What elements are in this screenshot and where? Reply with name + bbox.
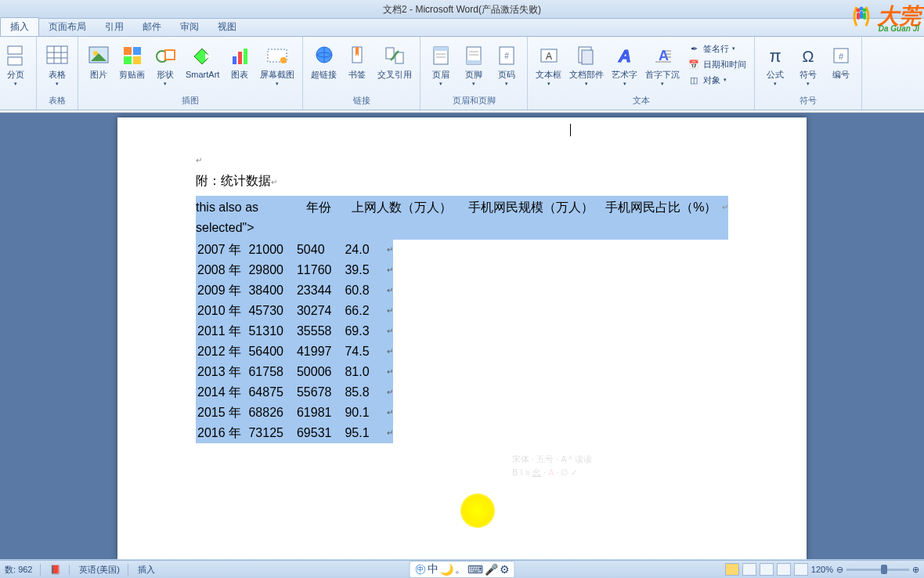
table-row[interactable]: 2008 年298001176039.5↵	[196, 260, 393, 280]
table-row[interactable]: 2012 年564004199774.5↵	[196, 341, 393, 362]
date-time-button[interactable]: 📅日期和时间	[684, 57, 749, 71]
table-row[interactable]: 2011 年513103555869.3↵	[196, 321, 393, 341]
table-row[interactable]: 2010 年457303027466.2↵	[196, 301, 393, 321]
tab-references[interactable]: 引用	[96, 18, 133, 36]
cell-v3[interactable]: 66.2	[345, 301, 387, 321]
ime-gear-icon[interactable]: ⚙	[500, 563, 510, 576]
cell-year[interactable]: 2007 年	[196, 240, 248, 260]
tab-view[interactable]: 视图	[208, 18, 246, 36]
document-page[interactable]: ↵ 附：统计数据↵ this also as selected"> 年份 上网人…	[117, 117, 807, 559]
language-button[interactable]: 英语(美国)	[79, 564, 128, 576]
cell-v2[interactable]: 55678	[297, 382, 345, 403]
screenshot-button[interactable]: 屏幕截图 ▾	[257, 42, 298, 89]
zoom-slider[interactable]	[846, 569, 909, 571]
data-table[interactable]: this also as selected"> 年份 上网人数（万人） 手机网民…	[196, 196, 728, 443]
mini-toolbar[interactable]: 宋体 · 五号 · A ᴬ 读读 B I ≡ 幺 · A · ∅ ✓	[512, 452, 592, 480]
cell-v3[interactable]: 74.5	[345, 341, 387, 362]
symbol-button[interactable]: Ω 符号 ▾	[792, 42, 824, 89]
ime-icon[interactable]: ㊥	[415, 562, 426, 576]
textbox-button[interactable]: A 文本框 ▾	[532, 42, 565, 89]
smartart-button[interactable]: SmartArt	[182, 42, 222, 81]
cell-year[interactable]: 2013 年	[196, 362, 248, 382]
cell-v1[interactable]: 45730	[248, 301, 296, 321]
spellcheck-button[interactable]: 📕	[50, 565, 70, 575]
cell-v1[interactable]: 68826	[248, 403, 296, 423]
signature-line-button[interactable]: ✒签名行 ▾	[684, 42, 749, 56]
page-number-button[interactable]: # 页码 ▾	[491, 42, 522, 89]
zoom-out-button[interactable]: ⊖	[836, 565, 843, 575]
table-title[interactable]: 附：统计数据	[196, 174, 271, 187]
cell-v2[interactable]: 11760	[297, 260, 345, 280]
page-break-button[interactable]: 分页 ▾	[0, 42, 31, 89]
view-web-layout[interactable]	[760, 563, 774, 576]
clipart-button[interactable]: 剪贴画	[116, 42, 148, 81]
cell-v2[interactable]: 23344	[297, 280, 345, 301]
cross-reference-button[interactable]: 交叉引用	[374, 42, 415, 81]
cell-year[interactable]: 2008 年	[196, 260, 248, 280]
cell-v3[interactable]: 60.8	[345, 280, 387, 301]
cell-v3[interactable]: 24.0	[345, 240, 387, 260]
cell-v2[interactable]: 5040	[297, 240, 345, 260]
view-print-layout[interactable]	[725, 563, 739, 576]
tab-insert[interactable]: 插入	[0, 17, 39, 36]
picture-button[interactable]: 图片	[83, 42, 114, 81]
dropcap-button[interactable]: A 首字下沉 ▾	[642, 42, 683, 89]
cell-v3[interactable]: 90.1	[345, 403, 387, 423]
ime-toolbar[interactable]: ㊥ 中 🌙 。 ⌨ 🎤 ⚙	[410, 561, 515, 578]
cell-v1[interactable]: 21000	[248, 240, 296, 260]
ime-moon-icon[interactable]: 🌙	[440, 563, 453, 576]
cell-v2[interactable]: 69531	[297, 423, 345, 443]
cell-year[interactable]: 2011 年	[196, 321, 248, 341]
view-outline[interactable]	[777, 563, 791, 576]
footer-button[interactable]: 页脚 ▾	[458, 42, 489, 89]
cell-v3[interactable]: 95.1	[345, 423, 387, 443]
cell-year[interactable]: 2014 年	[196, 382, 248, 403]
ime-keyboard-icon[interactable]: ⌨	[467, 563, 483, 576]
view-full-screen[interactable]	[742, 563, 756, 576]
col-mobile[interactable]: 手机网民规模（万人）	[468, 197, 605, 238]
cell-v2[interactable]: 30274	[297, 301, 345, 321]
quickparts-button[interactable]: 文档部件 ▾	[566, 42, 607, 89]
table-header-row[interactable]: this also as selected"> 年份 上网人数（万人） 手机网民…	[196, 196, 728, 240]
cell-v3[interactable]: 39.5	[345, 260, 387, 280]
tab-page-layout[interactable]: 页面布局	[39, 18, 96, 36]
col-year[interactable]: 年份	[305, 197, 352, 238]
cell-v1[interactable]: 38400	[248, 280, 296, 301]
tab-review[interactable]: 审阅	[171, 18, 208, 36]
cell-v2[interactable]: 61981	[297, 403, 345, 423]
cell-v1[interactable]: 56400	[248, 341, 296, 362]
bookmark-button[interactable]: 书签	[341, 42, 373, 81]
header-button[interactable]: 页眉 ▾	[425, 42, 457, 89]
chart-button[interactable]: 图表	[224, 42, 255, 81]
cell-year[interactable]: 2016 年	[196, 423, 248, 443]
cell-v1[interactable]: 29800	[248, 260, 296, 280]
table-row[interactable]: 2014 年648755567885.8↵	[196, 382, 393, 403]
cell-year[interactable]: 2009 年	[196, 280, 248, 301]
hyperlink-button[interactable]: 超链接	[308, 42, 340, 81]
cell-v2[interactable]: 50006	[297, 362, 345, 382]
cell-v1[interactable]: 64875	[248, 382, 296, 403]
table-row[interactable]: 2015 年688266198190.1↵	[196, 403, 393, 423]
cell-v1[interactable]: 61758	[248, 362, 296, 382]
cell-v1[interactable]: 51310	[248, 321, 296, 341]
ime-punct-icon[interactable]: 。	[455, 562, 466, 576]
equation-button[interactable]: π 公式 ▾	[760, 42, 791, 89]
zoom-in-button[interactable]: ⊕	[912, 565, 919, 575]
wordart-button[interactable]: A 艺术字 ▾	[608, 42, 641, 89]
col-users[interactable]: 上网人数（万人）	[352, 197, 468, 238]
word-count-value[interactable]: 962	[18, 565, 32, 574]
view-draft[interactable]	[794, 563, 808, 576]
table-row[interactable]: 2007 年21000504024.0↵	[196, 240, 393, 260]
cell-v2[interactable]: 41997	[297, 341, 345, 362]
document-area[interactable]: ↵ 附：统计数据↵ this also as selected"> 年份 上网人…	[0, 113, 924, 559]
cell-v1[interactable]: 73125	[248, 423, 296, 443]
cell-v3[interactable]: 81.0	[345, 362, 387, 382]
table-row[interactable]: 2013 年617585000681.0↵	[196, 362, 393, 382]
cell-v2[interactable]: 35558	[297, 321, 345, 341]
tab-mailings[interactable]: 邮件	[133, 18, 171, 36]
shapes-button[interactable]: 形状 ▾	[150, 42, 181, 89]
cell-year[interactable]: 2012 年	[196, 341, 248, 362]
cell-v3[interactable]: 85.8	[345, 382, 387, 403]
ime-cn-icon[interactable]: 中	[428, 562, 439, 576]
insert-mode[interactable]: 插入	[138, 564, 155, 576]
